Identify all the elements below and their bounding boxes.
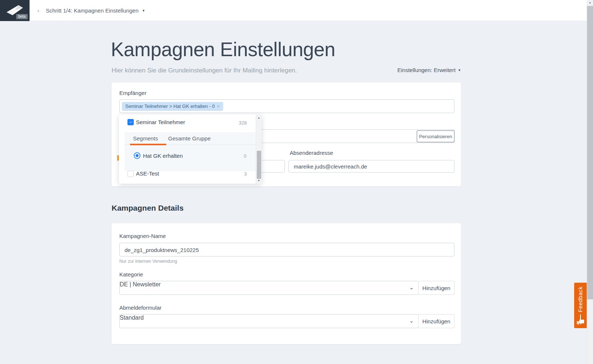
category-value: DE | Newsletter [120, 281, 161, 288]
minus-icon: − [129, 119, 132, 125]
scroll-up-icon[interactable]: ▲ [587, 1, 593, 4]
unsubscribe-add-button[interactable]: Hinzufügen [418, 314, 454, 328]
sender-address-input[interactable]: mareike.juds@cleverreach.de [289, 160, 454, 173]
campaign-details-card: Kampagnen-Name de_zg1_produktnews_210225… [111, 223, 461, 344]
recipient-tag-label: Seminar Teilnehmer > Hat GK erhalten - 0 [125, 103, 215, 109]
segment-item-count: 0 [244, 153, 246, 159]
recipients-input[interactable]: Seminar Teilnehmer > Hat GK erhalten - 0… [119, 99, 454, 113]
chevron-down-icon: ⌄ [409, 284, 414, 291]
page-subtitle: Hier können Sie die Grundeinstellungen f… [112, 67, 297, 74]
chevron-down-icon: ⌄ [409, 317, 414, 324]
top-bar: beta ‹ Schritt 1/4: Kampagnen Einstellun… [0, 0, 593, 21]
details-heading: Kampagnen Details [112, 204, 184, 212]
sender-address-label: Absenderadresse [290, 150, 333, 156]
recipient-tag[interactable]: Seminar Teilnehmer > Hat GK erhalten - 0… [122, 102, 223, 111]
campaign-settings-screen: beta ‹ Schritt 1/4: Kampagnen Einstellun… [0, 0, 593, 364]
segment-item-label[interactable]: ASE-Test [136, 170, 159, 177]
feedback-label: Feedback [577, 286, 583, 312]
category-label: Kategorie [119, 271, 143, 278]
page-scrollbar[interactable]: ▲ [587, 0, 593, 364]
category-select[interactable]: DE | Newsletter ⌄ [119, 281, 419, 295]
page-title: Kampagnen Einstellungen [111, 38, 335, 61]
segment-radio-selected[interactable] [134, 152, 140, 159]
campaign-name-label: Kampagnen-Name [119, 233, 166, 239]
chat-bubbles-icon [576, 319, 585, 326]
back-chevron-icon[interactable]: ‹ [37, 7, 40, 14]
segment-checkbox[interactable] [127, 171, 134, 177]
tag-remove-icon[interactable]: × [217, 103, 220, 109]
segment-item-count: 3 [244, 171, 247, 177]
scroll-up-icon[interactable]: ▲ [256, 116, 262, 119]
active-tab-underline [130, 144, 166, 145]
category-add-button[interactable]: Hinzufügen [418, 281, 454, 295]
segments-panel: Segments Gesamte Gruppe Hat GK erhalten … [125, 132, 256, 171]
settings-mode-toggle[interactable]: Einstellungen: Erweitert▼ [397, 67, 461, 73]
feedback-tab[interactable]: Feedback [574, 283, 587, 328]
dropdown-scroll-thumb[interactable] [257, 151, 261, 179]
page-scroll-thumb[interactable] [587, 6, 593, 299]
recipient-group-dropdown: − Seminar Teilnehmer 328 Segments Gesamt… [119, 115, 262, 184]
group-name[interactable]: Seminar Teilnehmer [136, 119, 185, 125]
group-checkbox-indeterminate[interactable]: − [127, 119, 134, 125]
caret-down-icon: ▼ [458, 68, 461, 72]
campaign-name-hint: Nur zur internen Verwendung [119, 259, 177, 264]
sender-address-value: mareike.juds@cleverreach.de [294, 163, 367, 170]
step-breadcrumb-label: Schritt 1/4: Kampagnen Einstellungen [46, 7, 139, 14]
unsubscribe-form-value: Standard [120, 314, 144, 321]
feedback-divider [580, 314, 581, 320]
tab-segments[interactable]: Segments [133, 135, 158, 142]
step-breadcrumb[interactable]: Schritt 1/4: Kampagnen Einstellungen▼ [46, 7, 145, 14]
beta-badge: beta [16, 14, 28, 19]
unsubscribe-form-label: Abmeldeformular [119, 305, 161, 311]
tab-gesamte-gruppe[interactable]: Gesamte Gruppe [168, 135, 211, 142]
segment-item-label[interactable]: Hat GK erhalten [143, 153, 183, 159]
settings-mode-label: Einstellungen: Erweitert [397, 67, 456, 73]
campaign-name-input[interactable]: de_zg1_produktnews_210225 [119, 243, 454, 256]
personalize-button[interactable]: Personalisieren [417, 130, 454, 142]
unsubscribe-form-select[interactable]: Standard ⌄ [119, 314, 419, 328]
scroll-down-icon[interactable]: ▼ [256, 179, 262, 182]
group-count: 328 [239, 120, 247, 126]
recipients-label: Empfänger [119, 90, 146, 96]
caret-down-icon: ▼ [142, 9, 145, 13]
dropdown-scrollbar[interactable]: ▲ ▼ [256, 115, 262, 184]
app-logo[interactable]: beta [0, 0, 30, 21]
campaign-name-value: de_zg1_produktnews_210225 [125, 246, 199, 253]
